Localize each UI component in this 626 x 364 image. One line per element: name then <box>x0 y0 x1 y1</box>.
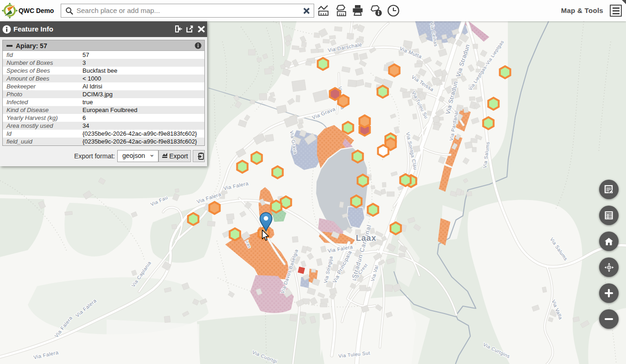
svg-text:Laax: Laax <box>356 233 376 243</box>
